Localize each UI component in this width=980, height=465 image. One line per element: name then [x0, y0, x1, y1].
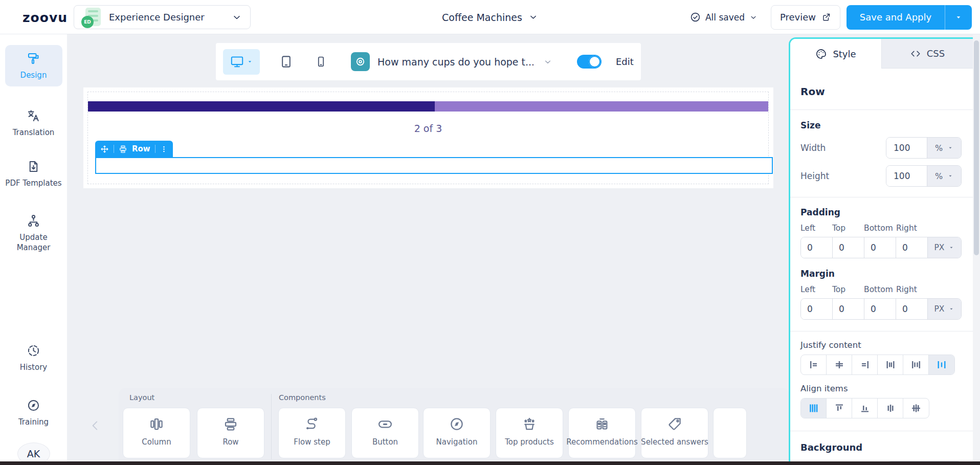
sidebar-item-label: Training — [18, 417, 49, 427]
question-selector-dropdown[interactable]: How many cups do you hope t... — [351, 52, 552, 71]
question-selector-label: How many cups do you hope t... — [377, 56, 533, 68]
justify-space-evenly-button[interactable] — [929, 355, 954, 374]
save-and-apply-split-button: Save and Apply — [847, 5, 972, 30]
component-card-recommendations[interactable]: Recommendations — [568, 408, 636, 458]
padding-left-input[interactable]: 0 — [801, 237, 833, 258]
align-stretch-button[interactable] — [801, 398, 827, 418]
sidebar-item-translation[interactable]: Translation — [5, 109, 62, 138]
justify-space-between-button[interactable] — [878, 355, 903, 374]
selected-row-element[interactable] — [95, 157, 773, 174]
panel-scrollbar[interactable] — [973, 34, 980, 465]
device-desktop-button[interactable] — [223, 49, 260, 75]
caret-down-icon — [947, 145, 953, 151]
chevron-down-icon — [232, 12, 242, 23]
check-circle-icon — [690, 12, 701, 23]
scrollbar-thumb[interactable] — [974, 40, 979, 255]
padding-top-input[interactable]: 0 — [833, 237, 864, 258]
screen-bottom-edge — [0, 461, 980, 465]
app-selector-dropdown[interactable]: ED Experience Designer — [74, 5, 251, 29]
mobile-icon — [315, 55, 327, 68]
align-center-button[interactable] — [878, 398, 903, 418]
margin-left-input[interactable]: 0 — [801, 299, 833, 319]
sidebar-item-design[interactable]: Design — [5, 45, 62, 86]
edit-toggle[interactable] — [577, 55, 602, 69]
caret-down-icon — [247, 58, 253, 65]
save-options-caret[interactable] — [945, 5, 972, 30]
sidebar-item-label: Update Manager — [5, 232, 62, 253]
components-scroll-left-button[interactable] — [88, 418, 102, 433]
sidebar-item-label: History — [20, 362, 47, 372]
justify-content-label: Justify content — [800, 340, 962, 350]
caret-down-icon — [947, 173, 953, 179]
align-baseline-button[interactable] — [903, 398, 929, 418]
justify-center-button[interactable] — [827, 355, 852, 374]
save-and-apply-button[interactable]: Save and Apply — [847, 5, 945, 30]
compass-icon — [27, 398, 40, 412]
translate-icon — [27, 109, 40, 123]
margin-section-title: Margin — [800, 269, 962, 279]
height-unit-dropdown[interactable]: % — [927, 166, 961, 186]
component-card-navigation[interactable]: Navigation — [423, 408, 491, 458]
justify-space-around-button[interactable] — [903, 355, 929, 374]
margin-labels: LeftTopBottomRight — [800, 285, 962, 294]
padding-right-input[interactable]: 0 — [896, 237, 928, 258]
left-sidebar: Design Translation PDF Templates Update … — [0, 34, 67, 465]
justify-end-button[interactable] — [852, 355, 878, 374]
move-handle-icon[interactable] — [100, 145, 109, 153]
margin-right-input[interactable]: 0 — [896, 299, 928, 319]
component-card-top-products[interactable]: Top products — [496, 408, 563, 458]
sidebar-item-training[interactable]: Training — [5, 398, 62, 427]
device-mobile-button[interactable] — [315, 55, 327, 68]
button-icon — [377, 416, 393, 432]
caret-down-icon — [954, 13, 963, 21]
flow-step-dropzone: 2 of 3 Row — [87, 92, 769, 184]
align-items-buttons — [800, 398, 929, 418]
margin-top-input[interactable]: 0 — [833, 299, 864, 319]
chevron-down-icon — [749, 13, 758, 21]
sidebar-item-history[interactable]: History — [5, 344, 62, 372]
tab-style[interactable]: Style — [790, 39, 881, 69]
experience-designer-icon: ED — [82, 8, 102, 27]
chevron-down-icon — [528, 12, 538, 22]
tab-css[interactable]: CSS — [881, 39, 973, 69]
top-products-icon — [522, 416, 537, 432]
palette-icon — [815, 48, 827, 60]
height-label: Height — [800, 171, 829, 181]
device-tablet-button[interactable] — [279, 55, 293, 69]
project-title: Coffee Machines — [442, 12, 522, 23]
column-icon — [149, 416, 164, 432]
padding-bottom-input[interactable]: 0 — [864, 237, 896, 258]
height-input[interactable]: 100 — [886, 166, 927, 186]
more-options-icon[interactable] — [160, 145, 168, 153]
preview-button[interactable]: Preview — [771, 5, 840, 30]
sidebar-item-pdf-templates[interactable]: PDF Templates — [5, 160, 62, 188]
component-card-row[interactable]: Row — [197, 408, 264, 458]
align-start-button[interactable] — [827, 398, 852, 418]
selected-element-title: Row — [800, 85, 962, 98]
sidebar-item-label: PDF Templates — [5, 178, 61, 188]
margin-unit-dropdown[interactable]: PX — [928, 299, 961, 319]
component-card-button[interactable]: Button — [351, 408, 419, 458]
question-target-icon — [351, 52, 370, 71]
component-card-partial[interactable] — [713, 408, 747, 458]
component-card-flow-step[interactable]: Flow step — [278, 408, 346, 458]
padding-unit-dropdown[interactable]: PX — [928, 237, 961, 258]
component-card-selected-answers[interactable]: Selected answers — [641, 408, 708, 458]
flow-step-icon — [304, 416, 320, 432]
margin-bottom-input[interactable]: 0 — [864, 299, 896, 319]
sidebar-item-update-manager[interactable]: Update Manager — [5, 214, 62, 253]
history-clock-icon — [27, 344, 40, 358]
org-chart-icon — [27, 214, 40, 228]
progress-fill — [88, 101, 435, 112]
align-end-button[interactable] — [852, 398, 878, 418]
saved-status-dropdown[interactable]: All saved — [690, 12, 758, 23]
caret-down-icon — [948, 306, 954, 312]
zoovu-logo: zoovu — [23, 10, 68, 25]
width-label: Width — [800, 143, 826, 153]
width-unit-dropdown[interactable]: % — [927, 138, 961, 158]
justify-start-button[interactable] — [801, 355, 827, 374]
component-card-column[interactable]: Column — [123, 408, 190, 458]
width-input[interactable]: 100 — [886, 138, 927, 158]
code-icon — [910, 48, 921, 59]
project-selector[interactable]: Coffee Machines — [442, 0, 538, 34]
